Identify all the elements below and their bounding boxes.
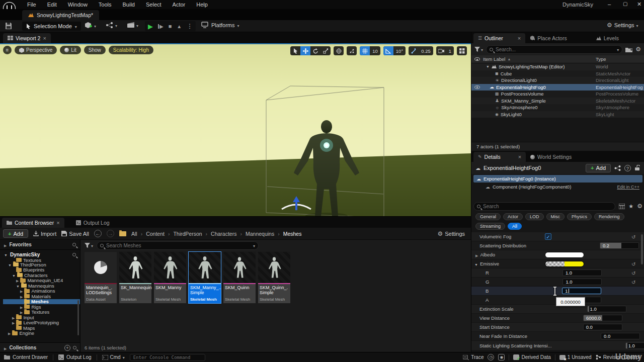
emissive-b-input-editing[interactable]: 1 [562, 288, 601, 294]
asset-tile-sk-mannequin[interactable]: SK_Mannequin Skeleton [119, 252, 151, 303]
output-log-button[interactable]: Output Log [58, 354, 91, 360]
viewport-canvas[interactable]: ≡ Perspective Lit Show Scalability: High [0, 43, 471, 216]
column-item-label[interactable]: Item Label▲ [483, 56, 511, 62]
show-dropdown[interactable]: Show [84, 46, 106, 54]
outliner-search-input[interactable] [496, 47, 614, 52]
camera-speed-value[interactable]: 1 [446, 48, 454, 54]
chip-physics[interactable]: Physics [567, 213, 592, 220]
viewport-tab[interactable]: Viewport 2 [3, 33, 51, 43]
asset-search-box[interactable] [97, 241, 259, 250]
minimize-button[interactable]: – [604, 1, 615, 7]
menu-build[interactable]: Build [118, 2, 140, 8]
content-browser-settings[interactable]: Settings [437, 230, 465, 237]
surface-snapping-toggle[interactable] [347, 46, 357, 55]
scale-snap-toggle[interactable] [409, 46, 419, 55]
menu-select[interactable]: Select [141, 2, 167, 8]
tree-item-engine[interactable]: Engine [3, 331, 80, 336]
maximize-viewport-button[interactable] [457, 46, 467, 55]
rotate-tool[interactable] [310, 46, 320, 55]
selection-mode-dropdown[interactable]: Selection Mode [22, 22, 81, 31]
import-button[interactable]: Import [33, 231, 56, 237]
scale-snap-value[interactable]: 0.25 [419, 48, 433, 54]
unsaved-button[interactable]: ★ 1 Unsaved [559, 354, 592, 360]
chip-rendering[interactable]: Rendering [594, 213, 624, 220]
tab-levels[interactable]: Levels [592, 33, 623, 43]
tree-item-materials[interactable]: Materials [3, 294, 80, 299]
outliner-row-post-process-volume[interactable]: ▩ PostProcessVolume PostProcessVolume [471, 90, 644, 98]
scattering-distribution-slider[interactable]: 0.2 [600, 242, 639, 249]
eject-button[interactable]: ▲ [177, 24, 182, 29]
tree-item-characters[interactable]: Characters [3, 273, 80, 278]
settings-dropdown[interactable]: Settings [607, 22, 638, 29]
outliner-row-cube[interactable]: ◼ Cube StaticMeshActor [471, 70, 644, 77]
albedo-color-swatch[interactable] [545, 252, 584, 258]
eye-icon[interactable] [474, 85, 480, 89]
menu-file[interactable]: File [22, 2, 41, 8]
add-component-button[interactable]: + Add [586, 164, 611, 172]
menu-window[interactable]: Window [63, 2, 93, 8]
forward-button[interactable]: → [107, 230, 114, 237]
breadcrumb-characters[interactable]: Characters [211, 231, 236, 237]
search-icon[interactable] [72, 253, 76, 256]
tab-details[interactable]: ✎ Details [473, 152, 526, 162]
search-icon[interactable] [72, 243, 76, 246]
reset-icon[interactable] [631, 270, 635, 276]
menu-help[interactable]: Help [191, 2, 213, 8]
scale-tool[interactable] [320, 46, 331, 55]
cmd-dropdown[interactable]: Cmd [102, 354, 125, 360]
chip-lod[interactable]: LOD [525, 213, 544, 220]
reset-icon[interactable] [631, 234, 635, 240]
menu-actor[interactable]: Actor [168, 2, 191, 8]
save-all-button[interactable]: Save All [61, 231, 89, 237]
tab-output-log[interactable]: Output Log [71, 218, 114, 228]
tree-item-meshes-selected[interactable]: Meshes [3, 299, 80, 305]
tree-item-rigs[interactable]: Rigs [3, 304, 80, 310]
outliner-filter-button[interactable] [474, 46, 483, 52]
lock-icon[interactable] [634, 165, 640, 171]
asset-tile-skm-manny[interactable]: SKM_Manny Skeletal Mesh [154, 252, 186, 303]
viewport-options-menu[interactable]: ≡ [3, 46, 12, 54]
camera-speed-icon[interactable] [436, 46, 446, 55]
outliner-row-directional-light[interactable]: ☀ DirectionalLight0 DirectionalLight [471, 77, 644, 84]
tree-item-textures[interactable]: Textures [3, 310, 80, 315]
outliner-row-skylight[interactable]: ◉ SkyLight0 SkyLight [471, 111, 644, 118]
derived-data-button[interactable]: ✓ Derived Data [513, 354, 550, 360]
stop-button[interactable]: ■ [169, 23, 172, 29]
tree-item-input[interactable]: Input [3, 315, 80, 320]
chip-actor[interactable]: Actor [503, 213, 523, 220]
cinematics-dropdown[interactable] [127, 22, 138, 28]
chip-streaming[interactable]: Streaming [475, 223, 505, 230]
instance-row[interactable]: ☁ ExponentialHeightFog0 (Instance) [473, 175, 642, 183]
favorites-section[interactable]: Favorites [0, 240, 80, 250]
play-button[interactable]: ▶ [148, 23, 153, 30]
expander-icon[interactable] [474, 261, 478, 267]
component-row[interactable]: ☁ Component (HeightFogComponent0) Edit i… [473, 183, 642, 191]
emissive-r-input[interactable]: 1.0 [562, 269, 602, 276]
outliner-settings-icon[interactable] [635, 46, 641, 53]
lit-dropdown[interactable]: Lit [60, 46, 81, 54]
maximize-button[interactable]: ▢ [619, 1, 631, 7]
new-folder-icon[interactable] [625, 47, 632, 52]
grid-snap-value[interactable]: 10 [370, 48, 380, 54]
start-distance-input[interactable]: 0.0 [583, 324, 622, 330]
save-icon[interactable] [5, 22, 12, 31]
outliner-row-level[interactable]: ▼ SnowyLightingTestMap (Editor) World [471, 63, 644, 70]
asset-search-input[interactable] [106, 243, 251, 248]
reset-icon[interactable] [631, 261, 635, 267]
breadcrumb-thirdperson[interactable]: ThirdPerson [173, 231, 202, 237]
tab-content-browser[interactable]: Content Browser [2, 218, 64, 228]
menu-edit[interactable]: Edit [42, 2, 62, 8]
extinction-scale-input[interactable]: 1.0 [587, 306, 626, 312]
add-asset-button[interactable]: + Add [3, 229, 28, 238]
rotation-snap-toggle[interactable] [383, 46, 393, 55]
details-scrollbar[interactable] [641, 234, 643, 264]
content-drawer-button[interactable]: Content Drawer [4, 354, 48, 360]
asset-tile-skm-manny-simple-selected[interactable]: SKM_Manny_..Simple Skeletal Mesh [189, 252, 221, 303]
chip-general[interactable]: General [475, 213, 501, 220]
volumetric-fog-checkbox[interactable] [545, 233, 551, 240]
tree-item-animations[interactable]: Animations [3, 289, 80, 294]
breadcrumb-mannequins[interactable]: Mannequins [246, 231, 274, 237]
blueprint-edit-icon[interactable] [614, 165, 621, 171]
tree-item-thirdperson[interactable]: ThirdPerson [3, 262, 80, 267]
tree-item-mannequins[interactable]: Mannequins [3, 283, 80, 289]
